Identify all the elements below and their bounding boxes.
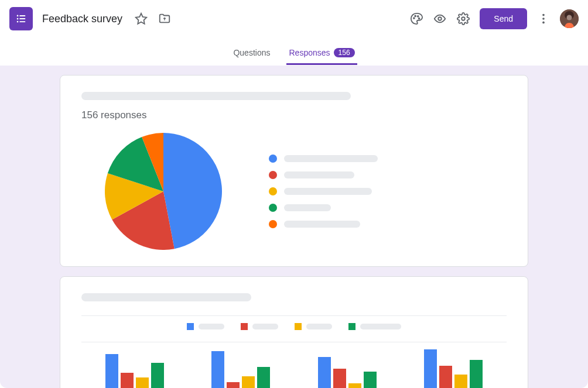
bar-legend-label-placeholder xyxy=(360,324,401,329)
bar xyxy=(136,377,149,388)
svg-rect-4 xyxy=(17,21,19,23)
legend-item xyxy=(269,220,378,228)
legend-dot xyxy=(269,187,277,195)
responses-count: 156 responses xyxy=(81,109,507,121)
svg-point-9 xyxy=(419,18,420,19)
tabs: Questions Responses 156 xyxy=(0,37,588,66)
bar-legend-swatch xyxy=(241,323,248,330)
legend-label-placeholder xyxy=(284,204,331,211)
tab-responses-label: Responses xyxy=(289,48,330,57)
legend-dot xyxy=(269,154,277,163)
question2-title-placeholder xyxy=(81,293,251,301)
bar xyxy=(105,354,118,388)
bar-card xyxy=(60,276,528,388)
bar-legend xyxy=(81,323,507,330)
bar xyxy=(227,382,240,388)
move-folder-icon[interactable] xyxy=(153,7,176,30)
tab-questions[interactable]: Questions xyxy=(231,42,272,65)
bar-group xyxy=(318,357,377,388)
pie-legend xyxy=(269,154,378,228)
content-area: 156 responses xyxy=(0,66,588,388)
bar-legend-item xyxy=(348,323,401,330)
bar-group xyxy=(424,349,483,388)
svg-rect-5 xyxy=(19,21,25,22)
forms-logo[interactable] xyxy=(9,7,33,30)
bar xyxy=(257,367,270,388)
svg-point-6 xyxy=(413,18,415,19)
svg-rect-2 xyxy=(17,18,19,20)
legend-item xyxy=(269,187,378,195)
svg-point-13 xyxy=(542,18,545,20)
bar-group xyxy=(105,354,164,388)
bar-legend-swatch xyxy=(187,323,194,330)
svg-point-14 xyxy=(542,22,545,24)
bar-chart xyxy=(81,348,507,388)
bar-group xyxy=(211,351,270,388)
pie-chart xyxy=(105,133,222,250)
bar xyxy=(151,363,164,388)
svg-point-12 xyxy=(542,14,545,16)
divider xyxy=(81,315,507,316)
send-button[interactable]: Send xyxy=(480,8,527,29)
avatar[interactable] xyxy=(560,9,579,28)
legend-item xyxy=(269,171,378,179)
svg-rect-3 xyxy=(19,18,25,19)
svg-point-18 xyxy=(567,15,572,20)
legend-item xyxy=(269,204,378,212)
bar-legend-item xyxy=(295,323,332,330)
summary-card: 156 responses xyxy=(60,75,528,267)
star-icon[interactable] xyxy=(129,7,153,30)
settings-icon[interactable] xyxy=(452,7,475,30)
responses-badge: 156 xyxy=(334,48,355,57)
preview-icon[interactable] xyxy=(428,7,452,30)
bar xyxy=(242,376,255,388)
bar-legend-label-placeholder xyxy=(252,324,278,329)
bar xyxy=(348,383,361,388)
tab-questions-label: Questions xyxy=(233,48,270,57)
bar xyxy=(454,375,467,388)
bar-legend-label-placeholder xyxy=(199,324,224,329)
legend-label-placeholder xyxy=(284,171,354,178)
svg-point-11 xyxy=(462,17,466,20)
more-icon[interactable] xyxy=(532,7,555,30)
legend-dot xyxy=(269,204,277,212)
legend-label-placeholder xyxy=(284,188,372,195)
legend-dot xyxy=(269,220,277,228)
bar xyxy=(333,369,346,388)
legend-dot xyxy=(269,171,277,179)
bar xyxy=(121,373,134,388)
svg-rect-0 xyxy=(17,15,19,17)
svg-rect-1 xyxy=(19,15,25,16)
bar-legend-swatch xyxy=(295,323,302,330)
form-title[interactable]: Feedback survey xyxy=(42,13,122,25)
bar xyxy=(439,366,452,388)
divider xyxy=(81,342,507,342)
svg-point-8 xyxy=(418,16,419,17)
svg-point-7 xyxy=(415,16,416,17)
legend-label-placeholder xyxy=(284,221,360,228)
bar xyxy=(211,351,224,388)
question-title-placeholder xyxy=(81,92,351,100)
palette-icon[interactable] xyxy=(405,7,428,30)
bar-legend-item xyxy=(187,323,224,330)
header: Feedback survey Send xyxy=(0,0,588,37)
bar-legend-label-placeholder xyxy=(306,324,332,329)
svg-point-10 xyxy=(439,17,442,20)
legend-item xyxy=(269,154,378,163)
legend-label-placeholder xyxy=(284,155,378,162)
bar-legend-swatch xyxy=(348,323,355,330)
bar-legend-item xyxy=(241,323,278,330)
bar xyxy=(318,357,331,388)
tab-responses[interactable]: Responses 156 xyxy=(286,42,357,65)
bar xyxy=(364,372,377,388)
bar xyxy=(424,349,437,388)
bar xyxy=(470,360,483,388)
